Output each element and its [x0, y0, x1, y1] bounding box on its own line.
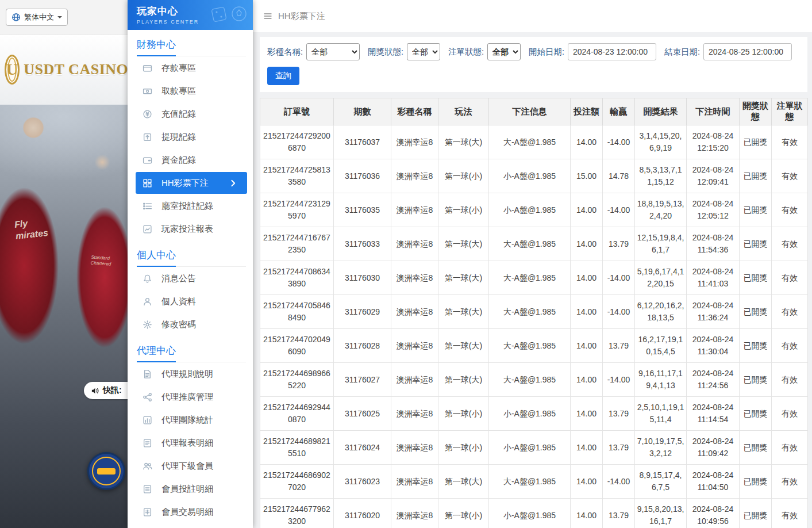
lottery-bet-icon [143, 178, 152, 188]
order-status-select[interactable]: 全部 [487, 43, 521, 60]
bet-info-cell: 大-A盤@1.985 [489, 329, 571, 363]
language-selector[interactable]: 繁体中文 [6, 9, 68, 26]
order-id-cell: 2152172447086343890 [260, 261, 334, 295]
brand-area[interactable]: U USDT CASINO [0, 35, 128, 105]
sidebar-item-hh-lottery-bets[interactable]: HH彩票下注 [136, 172, 247, 194]
end-date-input[interactable] [703, 43, 792, 60]
bets-table-wrap: 訂單號期數彩種名稱玩法下注信息投注額輸贏開獎結果下注時間開獎狀態注單狀態 215… [260, 98, 807, 528]
sidebar-item-profile[interactable]: 個人資料 [128, 290, 253, 313]
draw-status-cell: 已開獎 [740, 499, 772, 528]
section-title: 財務中心 [137, 38, 246, 56]
play-type-cell: 第一球(大) [438, 329, 489, 363]
col-header: 下注時間 [687, 98, 740, 125]
period-cell: 31176020 [334, 499, 391, 528]
main-panel: HH彩票下注 彩種名稱: 全部 開獎狀態: 全部 注單狀態: 全部 開始日期: … [253, 0, 812, 528]
sidebar-item-label: 廳室投註記錄 [161, 201, 213, 212]
win-loss-cell: -14.00 [603, 465, 635, 499]
sidebar-item-agent-promotion[interactable]: 代理推廣管理 [128, 385, 253, 408]
bet-info-cell: 大-A盤@1.985 [489, 363, 571, 397]
lottery-name-cell: 澳洲幸运8 [391, 465, 438, 499]
lottery-name-cell: 澳洲幸运8 [391, 159, 438, 193]
table-row: 215217244698966522031176027澳洲幸运8第一球(大)大-… [260, 363, 808, 397]
win-loss-cell: -14.00 [603, 363, 635, 397]
bets-table-head: 訂單號期數彩種名稱玩法下注信息投注額輸贏開獎結果下注時間開獎狀態注單狀態 [260, 98, 808, 125]
bet-amount-cell: 14.00 [571, 465, 603, 499]
sidebar-item-deposit-zone[interactable]: 存款專區 [128, 56, 253, 79]
member-bet-icon [143, 484, 152, 494]
bet-info-cell: 小-A盤@1.985 [489, 431, 571, 465]
play-type-cell: 第一球(大) [438, 295, 489, 329]
brand-coin-logo: U [5, 55, 20, 85]
order-id-cell: 2152172447292006870 [260, 125, 334, 159]
order-status-cell: 有效 [772, 295, 808, 329]
sidebar-item-withdraw-zone[interactable]: 取款專區 [128, 79, 253, 102]
start-date-label: 開始日期: [529, 47, 564, 58]
sidebar-item-agent-downline-members[interactable]: 代理下級會員 [128, 454, 253, 477]
sidebar-item-player-bet-report[interactable]: 玩家投注報表 [128, 217, 253, 240]
sidebar-item-label: 消息公告 [161, 273, 196, 284]
bet-amount-cell: 14.00 [571, 431, 603, 465]
win-loss-cell: 13.79 [603, 329, 635, 363]
lottery-name-cell: 澳洲幸运8 [391, 227, 438, 261]
table-row: 215217244729200687031176037澳洲幸运8第一球(大)大-… [260, 125, 808, 159]
sidebar-item-agent-rules[interactable]: 代理規則說明 [128, 362, 253, 385]
sidebar-item-room-bet-records[interactable]: 廳室投註記錄 [128, 194, 253, 217]
sidebar-item-agent-team-stats[interactable]: 代理團隊統計 [128, 408, 253, 431]
bet-time-cell: 2024-08-24 11:36:24 [687, 295, 740, 329]
sidebar-item-announcements[interactable]: 消息公告 [128, 267, 253, 290]
header-row: 訂單號期數彩種名稱玩法下注信息投注額輸贏開獎結果下注時間開獎狀態注單狀態 [260, 98, 808, 125]
news-ticker[interactable]: 快訊: [84, 382, 129, 399]
draw-status-cell: 已開獎 [740, 227, 772, 261]
order-id-cell: 2152172447258133580 [260, 159, 334, 193]
win-loss-cell: 14.78 [603, 159, 635, 193]
order-id-cell: 2152172446898215510 [260, 431, 334, 465]
sidebar-header: 玩家中心 PLAYERS CENTER [128, 0, 253, 30]
play-type-cell: 第一球(小) [438, 499, 489, 528]
col-header: 下注信息 [489, 98, 571, 125]
draw-result-cell: 7,10,19,17,5,3,2,12 [635, 431, 687, 465]
bet-amount-cell: 14.00 [571, 329, 603, 363]
sidebar-item-funds-records[interactable]: 資金記錄 [128, 148, 253, 171]
period-cell: 31176037 [334, 125, 391, 159]
lottery-name-cell: 澳洲幸运8 [391, 499, 438, 528]
sidebar-item-agent-report-detail[interactable]: 代理報表明細 [128, 431, 253, 454]
sidebar-item-withdrawal-records[interactable]: 提現記錄 [128, 125, 253, 148]
table-row: 215217244689821551031176024澳洲幸运8第一球(小)小-… [260, 431, 808, 465]
draw-status-select[interactable]: 全部 [407, 43, 440, 60]
sidebar-item-label: 代理團隊統計 [161, 415, 213, 426]
order-status-cell: 有效 [772, 125, 808, 159]
col-header: 開獎狀態 [740, 98, 772, 125]
play-type-cell: 第一球(大) [438, 125, 489, 159]
sidebar-item-label: 個人資料 [161, 296, 196, 307]
sidebar-item-member-trade-detail[interactable]: 會員交易明細 [128, 500, 253, 523]
bet-time-cell: 2024-08-24 11:41:03 [687, 261, 740, 295]
deposit-icon [143, 63, 152, 73]
order-id-cell: 2152172447167672350 [260, 227, 334, 261]
sidebar-item-recharge-records[interactable]: 充值記錄 [128, 102, 253, 125]
sidebar-item-member-bet-detail[interactable]: 會員投註明細 [128, 477, 253, 500]
bets-table-body: 215217244729200687031176037澳洲幸运8第一球(大)大-… [260, 125, 808, 528]
bell-icon [143, 274, 152, 284]
sidebar-item-change-password[interactable]: 修改密碼 [128, 313, 253, 336]
win-loss-cell: 13.79 [603, 227, 635, 261]
bet-info-cell: 小-A盤@1.985 [489, 397, 571, 431]
start-date-input[interactable] [568, 43, 656, 60]
team-logo [87, 452, 125, 490]
draw-result-cell: 8,9,15,17,4,6,7,5 [635, 465, 687, 499]
period-cell: 31176030 [334, 261, 391, 295]
order-status-cell: 有效 [772, 431, 808, 465]
lottery-name-label: 彩種名稱: [267, 47, 303, 58]
menu-icon[interactable] [263, 12, 272, 21]
win-loss-cell: -14.00 [603, 125, 635, 159]
lottery-name-cell: 澳洲幸运8 [391, 363, 438, 397]
bet-amount-cell: 14.00 [571, 125, 603, 159]
jersey-text-left: Fly mirates [14, 216, 49, 242]
caret-down-icon [57, 16, 62, 21]
lottery-name-select[interactable]: 全部 [306, 43, 360, 60]
table-row: 215217244708634389031176030澳洲幸运8第一球(大)大-… [260, 261, 808, 295]
play-type-cell: 第一球(小) [438, 159, 489, 193]
sidebar-item-label: 充值記錄 [161, 109, 196, 120]
win-loss-cell: 13.79 [603, 431, 635, 465]
query-button[interactable]: 查詢 [267, 67, 299, 85]
draw-result-cell: 9,16,11,17,19,4,1,13 [635, 363, 687, 397]
